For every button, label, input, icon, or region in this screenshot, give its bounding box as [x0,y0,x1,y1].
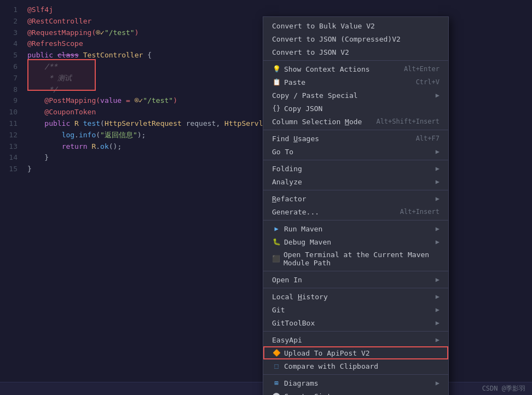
refactor-label: Refactor [272,195,307,203]
arrow-gittoolbox: ▶ [436,319,440,327]
menu-item-git[interactable]: Git ▶ [263,303,448,316]
arrow-go-to: ▶ [436,148,440,155]
arrow-run-maven: ▶ [436,225,440,233]
menu-item-generate[interactable]: Generate... Alt+Insert [263,205,448,218]
menu-item-go-to[interactable]: Go To ▶ [263,145,448,158]
arrow-easyapi: ▶ [436,336,440,344]
bulb-icon: 💡 [272,65,281,73]
menu-item-diagrams[interactable]: ⊞ Diagrams ▶ [263,376,448,390]
column-selection-shortcut: Alt+Shift+Insert [376,118,440,125]
local-history-label: Local History [272,293,328,301]
separator-5 [263,220,448,220]
menu-item-open-terminal-maven[interactable]: ⬛ Open Terminal at the Current Maven Mod… [263,248,448,269]
menu-item-easyapi[interactable]: EasyApi ▶ [263,333,448,346]
git-label: Git [272,306,285,314]
maven-run-icon: ▶ [272,224,281,233]
menu-item-compare-clipboard[interactable]: ⬚ Compare with Clipboard [263,359,448,373]
context-menu: Convert to Bulk Value V2 Convert to JSON… [263,16,449,395]
arrow-debug-maven: ▶ [436,238,440,246]
menu-item-local-history[interactable]: Local History ▶ [263,290,448,303]
go-to-label: Go To [272,148,293,156]
open-in-label: Open In [272,276,302,284]
braces-icon: {} [272,104,281,113]
show-context-actions-shortcut: Alt+Enter [404,65,440,73]
apipost-icon: 🔶 [272,348,281,357]
convert-json-compressed-label: Convert to JSON (Compressed)V2 [272,35,401,43]
column-selection-label: Column Selection Mode [272,118,362,126]
compare-icon: ⬚ [272,362,281,370]
line-numbers: 1 2 3 4 5 6 7 8 9 10 11 12 13 14 15 [0,4,23,175]
menu-item-upload-apipost[interactable]: 🔶 Upload To ApiPost V2 [263,346,448,359]
menu-item-folding[interactable]: Folding ▶ [263,162,448,175]
gittoolbox-label: GitToolBox [272,319,315,327]
arrow-open-in: ▶ [436,276,440,283]
separator-6 [263,271,448,271]
find-usages-label: Find Usages [272,135,319,143]
generate-shortcut: Alt+Insert [400,208,440,216]
copy-paste-special-label: Copy / Paste Special [272,91,358,100]
arrow-git: ▶ [436,306,440,313]
diagrams-label: Diagrams [284,379,319,387]
menu-item-create-gist[interactable]: ⬤ Create Gist... [263,390,448,395]
separator-2 [263,130,448,130]
show-context-actions-label: Show Context Actions [284,65,370,73]
upload-apipost-label: Upload To ApiPost V2 [284,349,370,357]
status-text: CSDN @季影羽 [482,384,525,393]
menu-item-copy-paste-special[interactable]: Copy / Paste Special ▶ [263,89,448,102]
debug-maven-label: Debug Maven [284,238,331,246]
menu-item-refactor[interactable]: Refactor ▶ [263,192,448,205]
run-maven-label: Run Maven [284,225,322,233]
arrow-copy-paste: ▶ [436,91,440,99]
menu-item-convert-json[interactable]: Convert to JSON V2 [263,45,448,59]
separator-4 [263,190,448,190]
arrow-local-history: ▶ [436,293,440,300]
arrow-refactor: ▶ [436,195,440,202]
separator-3 [263,160,448,160]
menu-item-paste[interactable]: 📋 Paste Ctrl+V [263,75,448,89]
menu-item-analyze[interactable]: Analyze ▶ [263,175,448,188]
code-line-1: @Slf4j [27,4,532,16]
maven-debug-icon: 🐛 [272,237,281,246]
find-usages-shortcut: Alt+F7 [416,135,440,142]
menu-item-run-maven[interactable]: ▶ Run Maven ▶ [263,222,448,235]
arrow-folding: ▶ [436,165,440,172]
easyapi-label: EasyApi [272,336,302,344]
arrow-analyze: ▶ [436,178,440,185]
separator-9 [263,374,448,375]
folding-label: Folding [272,165,302,173]
maven-terminal-icon: ⬛ [272,254,280,263]
github-icon: ⬤ [272,392,281,395]
generate-label: Generate... [272,208,319,216]
clipboard-icon: 📋 [272,78,281,86]
separator-8 [263,331,448,332]
menu-item-convert-bulk[interactable]: Convert to Bulk Value V2 [263,19,448,32]
menu-item-convert-json-compressed[interactable]: Convert to JSON (Compressed)V2 [263,32,448,45]
menu-item-find-usages[interactable]: Find Usages Alt+F7 [263,132,448,145]
menu-item-show-context-actions[interactable]: 💡 Show Context Actions Alt+Enter [263,62,448,75]
convert-json-label: Convert to JSON V2 [272,48,349,56]
menu-item-copy-json[interactable]: {} Copy JSON [263,102,448,115]
open-terminal-maven-label: Open Terminal at the Current Maven Modul… [284,251,440,267]
separator-7 [263,288,448,288]
diagrams-icon: ⊞ [272,379,281,387]
create-gist-label: Create Gist... [284,392,344,396]
menu-item-column-selection[interactable]: Column Selection Mode Alt+Shift+Insert [263,115,448,128]
separator-1 [263,60,448,61]
paste-shortcut: Ctrl+V [416,78,440,86]
copy-json-label: Copy JSON [284,104,322,113]
paste-label: Paste [284,78,305,86]
compare-clipboard-label: Compare with Clipboard [284,362,378,370]
menu-item-gittoolbox[interactable]: GitToolBox ▶ [263,316,448,329]
menu-item-open-in[interactable]: Open In ▶ [263,273,448,286]
analyze-label: Analyze [272,178,302,186]
arrow-diagrams: ▶ [436,379,440,387]
menu-item-debug-maven[interactable]: 🐛 Debug Maven ▶ [263,235,448,248]
convert-bulk-label: Convert to Bulk Value V2 [272,22,375,30]
